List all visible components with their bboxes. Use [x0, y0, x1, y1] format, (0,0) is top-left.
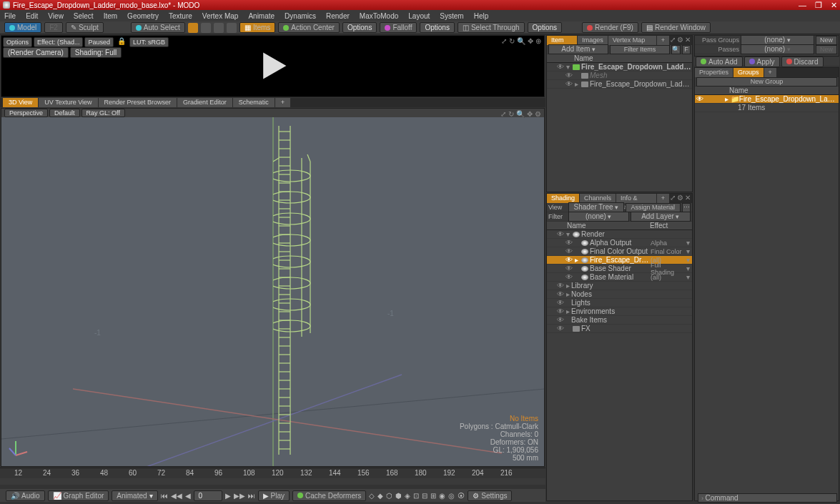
tree-row[interactable]: 👁▸Library: [547, 282, 692, 290]
tab-render-preset-browser[interactable]: Render Preset Browser: [99, 98, 177, 107]
snap3-icon[interactable]: [214, 23, 224, 33]
menu-layout[interactable]: Layout: [408, 12, 430, 20]
key2-icon[interactable]: ◆: [377, 492, 383, 500]
audio-button[interactable]: 🔊 Audio: [6, 490, 45, 501]
shader-tree-dropdown[interactable]: Shader Tree ▾: [568, 202, 624, 212]
menu-geometry[interactable]: Geometry: [127, 12, 159, 20]
il-gear-icon[interactable]: ⚙: [677, 36, 683, 45]
tab-schematic[interactable]: Schematic: [233, 98, 275, 107]
tree-row[interactable]: 👁Base ShaderFull Shading▾: [547, 265, 692, 273]
graph-editor-button[interactable]: 📈 Graph Editor: [48, 490, 109, 501]
f2-button[interactable]: F2: [44, 22, 63, 33]
key9-icon[interactable]: ◉: [439, 492, 445, 500]
menu-maxtomodo[interactable]: MaxToModo: [360, 12, 398, 20]
axis-gizmo[interactable]: [7, 438, 29, 460]
render-f9-button[interactable]: Render (F9): [582, 22, 638, 33]
play-icon[interactable]: [257, 49, 290, 84]
last-frame-icon[interactable]: ⏭: [248, 492, 255, 500]
vp-raygl[interactable]: Ray GL: Off: [81, 109, 125, 117]
menu-vertex-map[interactable]: Vertex Map: [202, 12, 239, 20]
key-icon[interactable]: ◇: [369, 492, 375, 500]
preview-camera[interactable]: (Render Camera): [3, 47, 69, 58]
timeline[interactable]: 1224364860728496108120132144156168180192…: [0, 468, 545, 485]
close-button[interactable]: ✕: [831, 1, 837, 10]
filter-f-button[interactable]: F: [682, 45, 691, 54]
select-through-button[interactable]: ◫Select Through: [458, 22, 525, 33]
pass-groups-dropdown[interactable]: (none) ▾: [741, 35, 814, 45]
sh-x-icon[interactable]: ✕: [685, 194, 691, 203]
filter-none-dropdown[interactable]: (none) ▾: [568, 212, 629, 222]
play-button[interactable]: ▶ Play: [258, 490, 290, 501]
ptab-properties[interactable]: Properties: [695, 68, 733, 77]
assign-material-button[interactable]: Assign Material: [626, 203, 681, 212]
menu-file[interactable]: File: [4, 12, 16, 20]
vp-default[interactable]: Default: [49, 109, 80, 117]
il-x-icon[interactable]: ✕: [685, 36, 691, 45]
tree-row[interactable]: 👁Lights: [547, 299, 692, 307]
snap4-icon[interactable]: [227, 23, 237, 33]
prtabs-add[interactable]: +: [764, 68, 776, 77]
menu-texture[interactable]: Texture: [169, 12, 192, 20]
filter-items-button[interactable]: Filter Items: [610, 45, 670, 54]
menu-item[interactable]: Item: [104, 12, 117, 20]
options1-button[interactable]: Options: [342, 22, 377, 33]
minimize-button[interactable]: —: [799, 1, 806, 10]
iltabs-add[interactable]: +: [657, 36, 669, 45]
next-key-icon[interactable]: ▶▶: [234, 492, 245, 500]
action-center-button[interactable]: Action Center: [278, 22, 340, 33]
tab-3d-view[interactable]: 3D View: [3, 98, 38, 107]
pan-icon[interactable]: ✥: [528, 37, 533, 45]
shtabs-add[interactable]: +: [657, 194, 669, 203]
apply-button[interactable]: Apply: [744, 56, 780, 67]
tree-row[interactable]: 👁Bake Items: [547, 316, 692, 325]
render-window-button[interactable]: ▤ Render Window: [641, 22, 711, 33]
snap2-icon[interactable]: [201, 23, 211, 33]
tree-row[interactable]: 👁Base Material(all)▾: [547, 273, 692, 282]
key10-icon[interactable]: ◎: [448, 492, 455, 500]
ptab-groups[interactable]: Groups: [733, 68, 764, 77]
tree-row[interactable]: 👁Final Color OutputFinal Color▾: [547, 247, 692, 256]
tree-row[interactable]: 👁▸Environments: [547, 307, 692, 316]
vp-perspective[interactable]: Perspective: [4, 109, 48, 117]
tree-row[interactable]: 👁▾Fire_Escape_Dropdown_Ladder_m...: [547, 63, 692, 71]
settings-button[interactable]: ⚙ Settings: [468, 490, 512, 501]
key5-icon[interactable]: ◈: [405, 492, 410, 500]
orbit-icon[interactable]: ⊕: [535, 37, 541, 45]
current-frame[interactable]: 0: [194, 490, 222, 501]
preview-lut[interactable]: LUT: sRGB: [129, 37, 169, 47]
key4-icon[interactable]: ⬢: [395, 492, 402, 500]
tab-gradient-editor[interactable]: Gradient Editor: [177, 98, 232, 107]
prev-frame-icon[interactable]: ◀: [185, 492, 191, 500]
tree-row[interactable]: 👁▸Nodes: [547, 290, 692, 299]
add-layer-button[interactable]: Add Layer ▾: [631, 212, 691, 222]
3d-viewport[interactable]: Perspective Default Ray GL: Off ⤢ ↻ 🔍 ✥ …: [1, 108, 545, 467]
tree-row[interactable]: 👁▸Fire_Escape_Dropdown_Ladder (2): [547, 80, 692, 89]
tree-row[interactable]: 👁Mesh: [547, 71, 692, 80]
menu-system[interactable]: System: [440, 12, 463, 20]
add-tab-button[interactable]: +: [275, 98, 290, 107]
preview-paused[interactable]: Paused: [84, 37, 114, 47]
new-group-button[interactable]: New Group: [696, 77, 837, 87]
preview-options[interactable]: Options: [3, 37, 32, 47]
group-item[interactable]: 👁▸ 📁 Fire_Escape_Dropdown_Ladd...: [695, 95, 839, 104]
tree-row[interactable]: 👁FX: [547, 325, 692, 333]
sh-expand-icon[interactable]: ⤢: [670, 194, 676, 203]
sh-more-icon[interactable]: ⋯: [682, 203, 691, 212]
key8-icon[interactable]: ⊞: [430, 492, 436, 500]
snap-icon[interactable]: [188, 23, 198, 33]
tree-row[interactable]: 👁▾Render: [547, 230, 692, 239]
passes-new-button[interactable]: New: [816, 45, 837, 54]
tree-row[interactable]: 👁Alpha OutputAlpha▾: [547, 239, 692, 247]
sh-gear-icon[interactable]: ⚙: [677, 194, 683, 203]
il-expand-icon[interactable]: ⤢: [670, 36, 676, 45]
add-item-button[interactable]: Add Item ▾: [548, 44, 608, 54]
passes-dropdown[interactable]: (none) ▾: [741, 44, 814, 54]
model-button[interactable]: Model: [4, 22, 41, 33]
options2-button[interactable]: Options: [420, 22, 454, 33]
menu-edit[interactable]: Edit: [26, 12, 38, 20]
first-frame-icon[interactable]: ⏮: [161, 492, 168, 500]
expand-icon[interactable]: ⤢: [501, 37, 507, 45]
menu-help[interactable]: Help: [474, 12, 489, 20]
prev-key-icon[interactable]: ◀◀: [171, 492, 182, 500]
auto-add-button[interactable]: Auto Add: [696, 56, 743, 67]
